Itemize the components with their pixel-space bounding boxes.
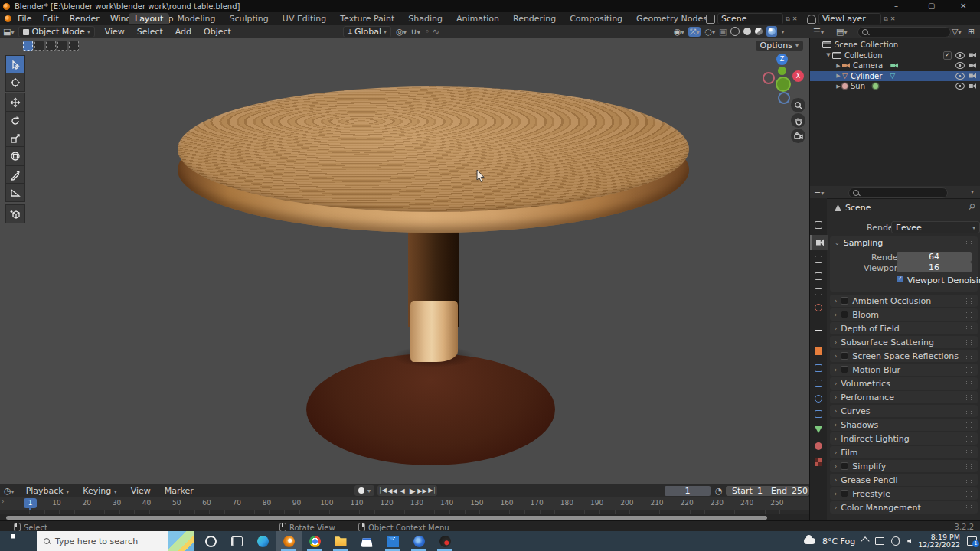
3d-viewport[interactable]: Options▾ Z X (0, 38, 809, 484)
tool-rotate-button[interactable] (5, 111, 25, 130)
timer-icon[interactable]: ◔ (715, 486, 723, 496)
taskbar-app-blue2[interactable] (406, 531, 432, 551)
properties-tab-material[interactable] (810, 439, 827, 454)
render-engine-dropdown[interactable]: Eevee▾ (891, 221, 980, 233)
timeline-menu-view[interactable]: View (126, 485, 156, 497)
timeline-menu-marker[interactable]: Marker (159, 485, 199, 497)
tool-select-box-button[interactable] (5, 55, 25, 74)
overlays-dropdown[interactable]: ◌▾ (704, 27, 715, 37)
section-indirect-lighting[interactable]: ›Indirect Lighting (830, 432, 978, 445)
viewport-menu-object[interactable]: Object (198, 26, 237, 37)
panel-grip-icon[interactable] (965, 504, 973, 510)
panel-grip-icon[interactable] (965, 353, 973, 359)
shading-wireframe-button[interactable] (730, 27, 740, 36)
tool-move-button[interactable] (5, 93, 25, 112)
shading-solid-button[interactable] (743, 28, 751, 35)
section-performance[interactable]: ›Performance (830, 391, 978, 403)
transform-orientation-dropdown[interactable]: ⟂ Global▾ (343, 26, 391, 37)
section-grease-pencil[interactable]: ›Grease Pencil (830, 474, 978, 486)
select-mode-circle-icon[interactable] (46, 41, 56, 51)
sampling-render-value[interactable]: 64 (897, 252, 972, 262)
disable-in-renders-icon[interactable] (969, 63, 976, 68)
select-mode-box-icon[interactable] (34, 41, 44, 51)
section-simplify[interactable]: ›Simplify (830, 460, 978, 472)
collection-checkbox[interactable]: ✓ (943, 51, 952, 60)
scene-name[interactable]: Scene (717, 13, 783, 24)
section-checkbox[interactable] (841, 366, 848, 373)
properties-tab-modifiers[interactable] (810, 360, 827, 376)
outliner-row-collection[interactable]: ▼Collection✓ (810, 51, 980, 60)
object-mode-dropdown[interactable]: Object Mode▾ (18, 26, 94, 37)
maximize-button[interactable]: ▢ (928, 1, 935, 11)
panel-grip-icon[interactable] (965, 449, 973, 455)
xray-toggle[interactable]: ▣ (719, 27, 727, 37)
viewport-menu-select[interactable]: Select (132, 26, 168, 37)
taskbar-app-explorer[interactable] (328, 531, 354, 551)
viewlayer-copy-icon[interactable]: ⧉ (884, 15, 888, 23)
select-mode-tweak-icon[interactable] (23, 41, 33, 51)
panel-grip-icon[interactable] (965, 325, 973, 331)
select-mode-lasso-icon[interactable] (57, 41, 67, 51)
viewport-menu-add[interactable]: Add (170, 26, 197, 37)
volume-icon[interactable] (907, 539, 911, 543)
properties-tab-tool[interactable] (810, 217, 827, 233)
tool-add-cube-button[interactable] (5, 204, 25, 223)
section-freestyle[interactable]: ›Freestyle (830, 487, 978, 500)
expand-arrow-icon[interactable]: ▶ (835, 63, 842, 69)
section-checkbox[interactable] (841, 462, 848, 470)
outliner-row-camera[interactable]: ▶Camera (810, 60, 980, 70)
hide-in-viewport-icon[interactable] (956, 73, 965, 80)
display-tray-icon[interactable] (875, 537, 884, 545)
properties-tab-particles[interactable] (810, 376, 827, 391)
minimize-button[interactable]: – (894, 1, 898, 11)
start-frame-field[interactable]: Start1 (726, 486, 769, 496)
viewport-denoising-checkbox[interactable]: ✓ (897, 276, 903, 282)
scene-copy-icon[interactable]: ⧉ (786, 15, 790, 23)
gizmo-z-neg-axis[interactable] (778, 92, 790, 104)
gizmo-x-neg-axis[interactable] (763, 72, 775, 84)
workspace-tab-sculpting[interactable]: Sculpting (223, 13, 274, 24)
properties-tab-scene[interactable] (810, 284, 827, 299)
panel-grip-icon[interactable] (965, 491, 973, 497)
play-button[interactable]: ▶ (407, 487, 417, 495)
tool-transform-button[interactable] (5, 146, 25, 165)
properties-search-input[interactable] (848, 187, 948, 198)
properties-tab-constraints[interactable] (810, 406, 827, 422)
shading-material-button[interactable] (755, 28, 763, 35)
new-collection-icon[interactable]: ⊞ (968, 27, 975, 37)
panel-grip-icon[interactable] (965, 380, 973, 386)
timeline-editor-icon[interactable]: ◷▾ (4, 486, 15, 496)
options-button[interactable]: Options▾ (756, 41, 803, 51)
blender-logo-icon[interactable] (5, 15, 11, 22)
taskbar-app-chrome[interactable] (302, 531, 328, 551)
timeline-menu-playback[interactable]: Playback ▾ (21, 485, 75, 497)
gizmo-y-axis[interactable] (778, 67, 786, 75)
hide-in-viewport-icon[interactable] (956, 52, 965, 59)
taskbar-app-edge[interactable] (250, 531, 276, 551)
next-keyframe-button[interactable]: ▶▶ (417, 487, 427, 494)
timeline-menu-keying[interactable]: Keying ▾ (77, 485, 122, 497)
prev-keyframe-button[interactable]: ◀◀ (387, 487, 397, 494)
outliner-row-scene-collection[interactable]: Scene Collection (810, 40, 980, 50)
clock[interactable]: 8:19 PM 12/22/2022 (918, 533, 960, 549)
shading-rendered-button[interactable] (766, 26, 777, 37)
workspace-tab-rendering[interactable]: Rendering (507, 13, 562, 24)
timeline-ruler[interactable]: 1 10203040506070809010011012013014015016… (0, 497, 809, 510)
workspace-tab-uv-editing[interactable]: UV Editing (276, 13, 332, 24)
properties-tab-object-data[interactable] (810, 422, 827, 437)
section-screen-space-reflections[interactable]: ›Screen Space Reflections (830, 350, 978, 362)
taskbar-app-taskview[interactable] (224, 531, 250, 551)
section-film[interactable]: ›Film (830, 446, 978, 458)
section-subsurface-scattering[interactable]: ›Subsurface Scattering (830, 336, 978, 348)
properties-tab-world[interactable] (810, 300, 827, 315)
expand-arrow-icon[interactable]: ▼ (825, 52, 832, 58)
section-shadows[interactable]: ›Shadows (830, 419, 978, 431)
panel-grip-icon[interactable] (965, 240, 973, 246)
workspace-tab-shading[interactable]: Shading (402, 13, 449, 24)
sampling-viewport-value[interactable]: 16 (897, 262, 972, 272)
disable-in-renders-icon[interactable] (969, 53, 976, 58)
properties-tab-output[interactable] (810, 252, 827, 267)
start-button[interactable] (0, 531, 35, 551)
gizmo-x-axis[interactable]: X (792, 70, 804, 82)
editor-type-icon[interactable]: ⬓▾ (3, 27, 14, 37)
